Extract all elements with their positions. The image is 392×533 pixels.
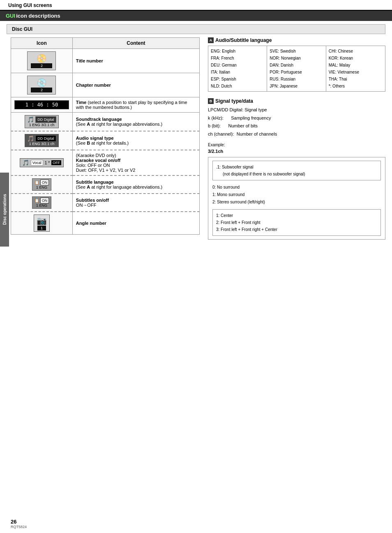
subtitle-lang-desc: (See A at right for language abbreviatio… [76,185,162,189]
page-footer: 26 RQT5824 [11,519,27,529]
title-number-label: Title number [76,58,103,63]
icon-cell-title: 📀 2 [11,49,73,73]
signal-section: B Signal type/data LPCM/DD Digital: Sign… [208,98,385,138]
subtitles-onoff-label: Subtitles on/off [76,198,109,203]
table-row: 💿 2 Chapter number [11,73,200,97]
disc-ops-sidebar: Disc operations [0,173,9,247]
content-cell-audio-signal: Audio signal type (See B at right for de… [72,131,199,150]
karaoke-solo: Solo: OFF or ON [76,163,110,168]
table-row: 📷 1 Angle number [11,212,200,235]
karaoke-label: Karaoke vocal on/off [76,158,120,163]
subtitles-onoff-icon: 📋 ON 1 ENG [32,196,52,209]
time-icon: 1 : 46 : 50 [14,100,69,109]
lang-col-2: SVE: Swedish NOR: Norwegian DAN: Danish … [267,46,326,91]
col-content-header: Content [72,38,199,49]
angle-label: Angle number [76,221,106,226]
page-code: RQT5824 [11,525,27,529]
icon-cell-soundtrack: 🎵 DD Digital 1 ENG 3/2.1 ch [11,113,73,132]
subtitles-onoff-desc: ON→OFF [76,203,97,208]
chapter-icon-symbol: 💿 [37,78,47,88]
title-icon: 📀 2 [27,51,56,70]
chapter-icon: 💿 2 [27,76,56,95]
example-value: 3/2.1ch [208,149,385,154]
content-cell-time: Time (select a position to start play by… [72,97,199,113]
subwoofer-box: .1: Subwoofer signal (not displayed if t… [212,161,381,180]
header-title: Using GUI screens [8,2,52,8]
subtitle-lang-label: Subtitle language [76,180,114,185]
table-row: 1 : 46 : 50 Time (select a position to s… [11,97,200,113]
time-label: Time [76,100,86,105]
angle-icon: 📷 1 [34,215,50,232]
content-cell-title: Title number [72,49,199,73]
subwoofer-title: .1: Subwoofer signal [216,164,377,171]
content-cell-angle: Angle number [72,212,199,235]
signal-line4: ch (channel): Number of channels [208,131,385,138]
content-cell-subtitles-onoff: Subtitles on/off ON→OFF [72,194,199,212]
content-cell-chapter: Chapter number [72,73,199,97]
time-desc: (select a position to start play by spec… [76,100,187,110]
icon-cell-subtitle: 📋 ON 1 ENG [11,175,73,194]
signal-badge: B [208,98,214,104]
lang-col-3: CHI: Chinese KOR: Korean MAL: Malay VIE:… [326,46,385,91]
surround-lines: 0: No surround 1: Mono surround 2: Stere… [212,182,381,208]
karaoke-dvd-only: (Karaoke DVD only) [76,153,116,158]
signal-line1: LPCM/DD Digital: Signal type [208,106,385,114]
table-row: 🎵 DD Digital 1 ENG 3/2.1 ch Soundtrack l… [11,113,200,132]
signal-heading: B Signal type/data [208,98,385,104]
signal-line2: k (kHz): Sampling frequency [208,115,385,122]
icon-cell-audio-signal: 🎵 DD Digital 1 ENG 3/2.1 ch [11,131,73,150]
section-title-text: icon descriptions [16,13,60,19]
right-panel: A Audio/Subtitle language ENG: English F… [208,37,385,240]
table-row: 📀 2 Title number [11,49,200,73]
col-icon-header: Icon [11,38,73,49]
soundtrack-icon: 🎵 DD Digital 1 ENG 3/2.1 ch [25,115,59,128]
content-cell-karaoke: (Karaoke DVD only) Karaoke vocal on/off … [72,150,199,175]
subtitle-icon: 📋 ON 1 ENG [32,178,52,191]
icon-table: Icon Content 📀 2 Title number [11,37,200,235]
audio-badge: A [208,37,214,43]
soundtrack-desc: (See A at right for language abbreviatio… [76,122,162,127]
example-section: Example: 3/2.1ch .1: Subwoofer signal (n… [208,143,385,240]
page-header: Using GUI screens [0,0,392,11]
table-row: 🎵 DD Digital 1 ENG 3/2.1 ch Audio signal… [11,131,200,150]
channel-box: 1: Center 2: Front left + Front right 3:… [212,209,381,236]
chapter-number-label: Chapter number [76,83,111,88]
table-row: 📋 ON 1 ENG Subtitles on/off ON→OFF [11,194,200,212]
audio-signal-icon: 🎵 DD Digital 1 ENG 3/2.1 ch [25,134,59,147]
icon-table-container: Icon Content 📀 2 Title number [11,37,200,240]
table-row: 🎵 Vocal 1 * OFF (Karaoke DVD only) Karao… [11,150,200,175]
audio-subtitle-heading: A Audio/Subtitle language [208,37,385,43]
signal-line3: b (bit): Number of bits [208,122,385,130]
page-number: 26 [11,519,27,525]
gui-prefix: GUI [6,13,15,19]
example-label: Example: [208,143,385,147]
disc-gui-header: Disc GUI [7,24,385,34]
audio-subtitle-section: A Audio/Subtitle language ENG: English F… [208,37,385,92]
title-icon-symbol: 📀 [37,53,47,63]
audio-signal-desc: (See B at right for details.) [76,141,129,145]
icon-cell-time: 1 : 46 : 50 [11,97,73,113]
audio-signal-label: Audio signal type [76,136,114,141]
subwoofer-subtitle: (not displayed if there is no subwoofer … [216,171,377,178]
audio-subtitle-title: Audio/Subtitle language [215,37,272,43]
karaoke-icon: 🎵 Vocal 1 * OFF [20,158,64,167]
icon-cell-chapter: 💿 2 [11,73,73,97]
icon-cell-karaoke: 🎵 Vocal 1 * OFF [11,150,73,175]
signal-title: Signal type/data [215,98,253,104]
soundtrack-label: Soundtrack language [76,117,122,122]
disc-ops-label: Disc operations [2,194,7,225]
example-box: .1: Subwoofer signal (not displayed if t… [208,157,385,240]
lang-col-1: ENG: English FRA: French DEU: German ITA… [208,46,267,91]
content-cell-subtitle: Subtitle language (See A at right for la… [72,175,199,194]
lang-grid: ENG: English FRA: French DEU: German ITA… [208,46,385,92]
icon-cell-subtitles-onoff: 📋 ON 1 ENG [11,194,73,212]
content-cell-soundtrack: Soundtrack language (See A at right for … [72,113,199,132]
karaoke-duet: Duet: OFF, V1 + V2, V1 or V2 [76,168,136,173]
section-title-bar: GUI icon descriptions [0,11,392,21]
table-row: 📋 ON 1 ENG Subtitle language (See A at r… [11,175,200,194]
icon-cell-angle: 📷 1 [11,212,73,235]
